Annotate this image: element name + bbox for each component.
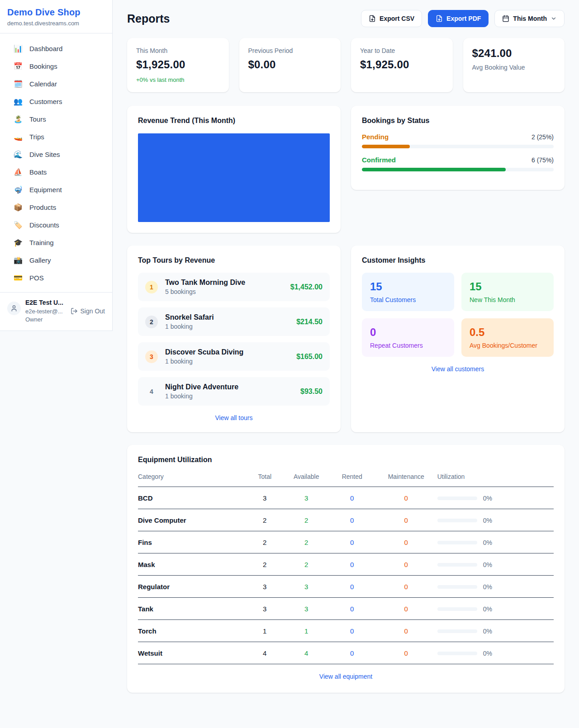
island-icon: 🏝️ [14,115,23,123]
utilization-percent: 0% [483,650,492,657]
sidebar-item-calendar[interactable]: 🗓️ Calendar [0,75,112,93]
utilization-bar [437,519,477,522]
sidebar-item-trips[interactable]: 🚤 Trips [0,128,112,146]
column-header-rented: Rented [329,468,375,487]
sidebar-item-training[interactable]: 🎓 Training [0,234,112,251]
tour-name: Night Dive Adventure [165,383,238,391]
cell-category: Fins [138,531,246,553]
stat-card-this-month: This Month $1,925.00 +0% vs last month [127,38,229,92]
view-all-tours-link[interactable]: View all tours [138,414,330,421]
stat-card-avg-booking-value: $241.00 Avg Booking Value [463,38,565,92]
bar-chart-icon: 📊 [14,44,23,53]
insight-label: New This Month [470,296,546,303]
insight-value: 15 [370,280,446,293]
sidebar-nav: 📊 Dashboard 📅 Bookings 🗓️ Calendar 👥 Cus… [0,33,112,290]
diving-mask-icon: 🤿 [14,185,23,194]
column-header-available: Available [284,468,329,487]
card-title: Top Tours by Revenue [138,256,330,265]
shop-domain: demo.test.divestreams.com [7,20,105,27]
cell-category: Mask [138,553,246,576]
cell-category: Dive Computer [138,509,246,531]
people-icon: 👥 [14,97,23,106]
insight-tile-new-this-month: 15 New This Month [461,273,554,311]
insight-label: Total Customers [370,296,446,303]
export-pdf-label: Export PDF [446,15,481,22]
cell-total: 2 [246,531,284,553]
charts-row: Revenue Trend (This Month) Bookings by S… [127,106,565,233]
cell-maintenance: 0 [375,531,437,553]
sidebar-item-gallery[interactable]: 📸 Gallery [0,251,112,269]
status-list: Pending 2 (25%) Confirmed 6 (75%) [362,133,554,171]
card-title: Equipment Utilization [138,456,554,464]
rank-badge: 3 [145,350,158,363]
sailboat-icon: ⛵ [14,168,23,176]
table-row-mask: Mask 2 2 0 0 0% [138,553,554,576]
cell-rented: 0 [329,642,375,664]
sidebar-item-equipment[interactable]: 🤿 Equipment [0,181,112,199]
export-csv-button[interactable]: Export CSV [361,10,422,27]
cell-utilization: 0% [437,598,554,620]
table-row-torch: Torch 1 1 0 0 0% [138,620,554,642]
sidebar-item-boats[interactable]: ⛵ Boats [0,163,112,181]
sidebar-item-pos[interactable]: 💳 POS [0,269,112,287]
status-row-confirmed: Confirmed 6 (75%) [362,156,554,171]
tour-amount: $214.50 [296,318,323,326]
cell-maintenance: 0 [375,576,437,598]
sidebar: Demo Dive Shop demo.test.divestreams.com… [0,0,113,331]
sidebar-item-label: Gallery [29,256,51,264]
rank-badge: 4 [145,385,158,398]
stat-value: $1,925.00 [136,58,220,71]
cell-rented: 0 [329,553,375,576]
equipment-utilization-card: Equipment Utilization Category Total Ava… [127,445,565,693]
sidebar-item-bookings[interactable]: 📅 Bookings [0,57,112,75]
utilization-percent: 0% [483,561,492,568]
table-row-regulator: Regulator 3 3 0 0 0% [138,576,554,598]
card-title: Revenue Trend (This Month) [138,117,330,125]
column-header-total: Total [246,468,284,487]
table-row-wetsuit: Wetsuit 4 4 0 0 0% [138,642,554,664]
credit-card-icon: 💳 [14,274,23,282]
view-all-equipment-link[interactable]: View all equipment [138,673,554,680]
card-title: Customer Insights [362,256,554,265]
sidebar-item-dashboard[interactable]: 📊 Dashboard [0,40,112,57]
utilization-bar [437,585,477,589]
sign-out-button[interactable]: Sign Out [71,307,105,315]
insights-row: Top Tours by Revenue 1 Two Tank Morning … [127,246,565,432]
view-all-customers-link[interactable]: View all customers [362,365,554,373]
utilization-bar [437,541,477,544]
cell-rented: 0 [329,576,375,598]
sidebar-item-discounts[interactable]: 🏷️ Discounts [0,216,112,234]
column-header-category: Category [138,468,246,487]
tour-amount: $1,452.00 [290,283,323,291]
user-icon [10,305,18,312]
stat-card-year-to-date: Year to Date $1,925.00 [351,38,453,92]
period-dropdown[interactable]: This Month [494,10,565,27]
spiral-calendar-icon: 🗓️ [14,80,23,88]
export-pdf-button[interactable]: Export PDF [428,10,489,27]
cell-maintenance: 0 [375,598,437,620]
sidebar-item-customers[interactable]: 👥 Customers [0,93,112,110]
calendar-icon [502,15,509,22]
cell-category: Tank [138,598,246,620]
sidebar-item-tours[interactable]: 🏝️ Tours [0,110,112,128]
cell-maintenance: 0 [375,642,437,664]
sidebar-item-label: Tours [29,115,46,123]
equipment-table: Category Total Available Rented Maintena… [138,468,554,664]
utilization-bar [437,496,477,500]
stat-label: This Month [136,47,220,54]
status-progress-track [362,145,554,148]
sidebar-item-dive-sites[interactable]: 🌊 Dive Sites [0,146,112,163]
period-label: This Month [513,15,547,22]
cell-rented: 0 [329,487,375,509]
insight-value: 15 [470,280,546,293]
sidebar-item-products[interactable]: 📦 Products [0,199,112,216]
user-section: E2E Test U... e2e-tester@... Owner Sign … [0,292,112,331]
page-header: Reports Export CSV Export PDF This Month [127,10,565,27]
status-row-pending: Pending 2 (25%) [362,133,554,148]
header-actions: Export CSV Export PDF This Month [361,10,565,27]
sidebar-item-label: Calendar [29,80,57,88]
utilization-bar [437,563,477,567]
main-content: Reports Export CSV Export PDF This Month… [113,0,579,711]
tour-bookings: 1 booking [165,358,243,365]
stat-label: Avg Booking Value [472,64,556,71]
